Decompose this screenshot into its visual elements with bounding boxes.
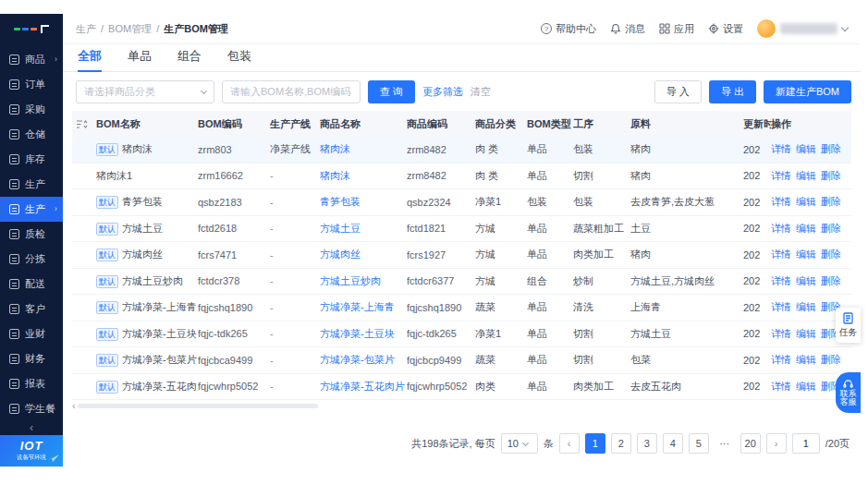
detail-link[interactable]: 详情 <box>771 354 791 365</box>
product-link[interactable]: 方城净菜-包菜片 <box>320 354 395 365</box>
messages-link[interactable]: 消息 <box>610 22 645 36</box>
sidebar-item[interactable]: 业财 <box>0 321 63 346</box>
product-link[interactable]: 方城土豆 <box>320 223 361 234</box>
delete-link[interactable]: 删除 <box>821 248 841 260</box>
product-link[interactable]: 方城土豆炒肉 <box>320 275 381 286</box>
edit-link[interactable]: 编辑 <box>796 223 816 234</box>
scroll-left-icon[interactable]: ‹ <box>72 400 76 411</box>
settings-link[interactable]: 设置 <box>708 22 743 36</box>
page-jump-input[interactable] <box>792 433 820 454</box>
product-link[interactable]: 青笋包装 <box>320 196 361 207</box>
tab[interactable]: 组合 <box>177 48 202 71</box>
breadcrumb-item[interactable]: BOM管理 <box>108 22 152 36</box>
page-button[interactable]: 2 <box>611 433 631 454</box>
sidebar-item[interactable]: 配送 <box>0 272 63 297</box>
page-button[interactable]: 20 <box>740 433 761 454</box>
edit-link[interactable]: 编辑 <box>796 354 816 365</box>
horizontal-scrollbar[interactable]: ‹ <box>72 400 851 411</box>
clear-filters-link[interactable]: 清空 <box>471 85 491 99</box>
detail-link[interactable]: 详情 <box>771 381 791 392</box>
prev-page-button[interactable]: ‹ <box>559 433 580 454</box>
product-link[interactable]: 方城净菜-五花肉片 <box>320 381 405 392</box>
edit-link[interactable]: 编辑 <box>796 381 816 392</box>
edit-link[interactable]: 编辑 <box>796 301 816 312</box>
apps-link[interactable]: 应用 <box>659 22 694 36</box>
contact-support-widget[interactable]: 联系客服 <box>836 372 861 413</box>
import-button[interactable]: 导 入 <box>654 80 702 103</box>
user-menu[interactable] <box>757 19 848 38</box>
edit-link[interactable]: 编辑 <box>796 275 816 286</box>
page-button[interactable]: 3 <box>637 433 657 454</box>
product-link[interactable]: 猪肉沫 <box>320 143 350 154</box>
product-code-cell: zrm8482 <box>407 170 475 181</box>
delete-link[interactable]: 删除 <box>821 170 841 181</box>
delete-link[interactable]: 删除 <box>821 223 841 234</box>
help-center-link[interactable]: ? 帮助中心 <box>541 22 596 36</box>
edit-link[interactable]: 编辑 <box>796 196 816 207</box>
sidebar-item[interactable]: 订单 <box>0 72 63 97</box>
delete-link[interactable]: 删除 <box>821 143 841 154</box>
edit-link[interactable]: 编辑 <box>796 170 816 181</box>
table-row[interactable]: 默认方城净菜-土豆块fqjc-tdk265-方城净菜-土豆块fqjc-tdk26… <box>72 321 851 348</box>
table-row[interactable]: 默认方城肉丝fcrs7471-方城肉丝fcrs1927方城单品肉类加工猪肉202… <box>72 242 851 269</box>
table-row[interactable]: 默认青笋包装qsbz2183-青笋包装qsbz2324净菜1包装包装去皮青笋,去… <box>72 189 851 216</box>
product-link[interactable]: 猪肉沫 <box>320 170 350 181</box>
tasks-widget[interactable]: 任务 <box>836 308 861 343</box>
edit-link[interactable]: 编辑 <box>796 143 816 154</box>
table-row[interactable]: 默认方城土豆炒肉fctdcr378-方城土豆炒肉fctdcr6377方城组合炒制… <box>72 269 851 296</box>
more-filters-link[interactable]: 更多筛选 <box>422 85 463 99</box>
sidebar-item[interactable]: 生产› <box>0 197 63 222</box>
page-button[interactable]: 1 <box>585 433 605 454</box>
page-button[interactable]: 5 <box>689 433 709 454</box>
sidebar-item[interactable]: 质检 <box>0 222 63 247</box>
edit-link[interactable]: 编辑 <box>796 328 816 339</box>
product-link[interactable]: 方城净菜-上海青 <box>320 301 395 312</box>
detail-link[interactable]: 详情 <box>771 223 791 234</box>
table-row[interactable]: 默认猪肉沫zrm803净菜产线猪肉沫zrm8482肉 类单品包装猪肉202详情编… <box>72 137 851 164</box>
keyword-input[interactable] <box>222 80 361 103</box>
default-badge: 默认 <box>96 248 118 261</box>
detail-link[interactable]: 详情 <box>771 143 791 154</box>
sidebar-item[interactable]: 仓储 <box>0 122 63 147</box>
edit-link[interactable]: 编辑 <box>796 248 816 260</box>
sidebar-item[interactable]: 库存 <box>0 147 63 172</box>
delete-link[interactable]: 删除 <box>821 196 841 207</box>
export-button[interactable]: 导 出 <box>709 80 756 103</box>
table-row[interactable]: 默认方城净菜-包菜片fqjcbca9499-方城净菜-包菜片fqjcbcp949… <box>72 347 851 374</box>
detail-link[interactable]: 详情 <box>771 275 791 286</box>
scrollbar-thumb[interactable] <box>78 404 318 408</box>
sidebar-item[interactable]: 生产 <box>0 172 63 197</box>
tab[interactable]: 包装 <box>227 48 251 71</box>
tab[interactable]: 单品 <box>128 48 152 71</box>
breadcrumb-item[interactable]: 生产 <box>76 22 96 36</box>
table-row[interactable]: 默认方城净菜-上海青fqjcshq1890-方城净菜-上海青fqjcshq189… <box>72 295 851 321</box>
table-row[interactable]: 猪肉沫1zrm16662-猪肉沫zrm8482肉 类单品切割猪肉202详情编辑删… <box>72 164 851 190</box>
sidebar-item[interactable]: 报表 <box>0 371 63 396</box>
sidebar-item[interactable]: 采购 <box>0 97 63 122</box>
delete-link[interactable]: 删除 <box>821 275 841 286</box>
page-size-select[interactable]: 10 <box>501 433 538 454</box>
detail-link[interactable]: 详情 <box>771 248 791 260</box>
detail-link[interactable]: 详情 <box>771 301 791 312</box>
search-button[interactable]: 查 询 <box>368 80 415 103</box>
sidebar-item[interactable]: 商品› <box>0 47 63 72</box>
detail-link[interactable]: 详情 <box>771 328 791 339</box>
tab[interactable]: 全部 <box>78 48 102 71</box>
detail-link[interactable]: 详情 <box>771 170 791 181</box>
next-page-button[interactable]: › <box>766 433 787 454</box>
detail-link[interactable]: 详情 <box>771 196 791 207</box>
column-settings-icon[interactable] <box>72 119 96 129</box>
sidebar-item[interactable]: 客户 <box>0 297 63 321</box>
sidebar-item[interactable]: 学生餐 <box>0 396 63 421</box>
sidebar-item[interactable]: 财务 <box>0 346 63 371</box>
create-bom-button[interactable]: 新建生产BOM <box>764 80 851 103</box>
page-button[interactable]: 4 <box>663 433 683 454</box>
table-row[interactable]: 默认方城土豆fctd2618-方城土豆fctd1821方城单品蔬菜粗加工土豆20… <box>72 216 851 243</box>
category-select[interactable]: 请选择商品分类 <box>76 80 214 103</box>
table-row[interactable]: 默认方城净菜-五花肉片fqjcwhrp5052-方城净菜-五花肉片fqjcwhr… <box>72 374 851 401</box>
product-link[interactable]: 方城肉丝 <box>320 248 361 260</box>
product-link[interactable]: 方城净菜-土豆块 <box>320 328 395 339</box>
sidebar-item[interactable]: 分拣 <box>0 247 63 272</box>
sidebar-collapse-icon[interactable]: ‹ <box>0 421 63 435</box>
delete-link[interactable]: 删除 <box>821 354 841 365</box>
